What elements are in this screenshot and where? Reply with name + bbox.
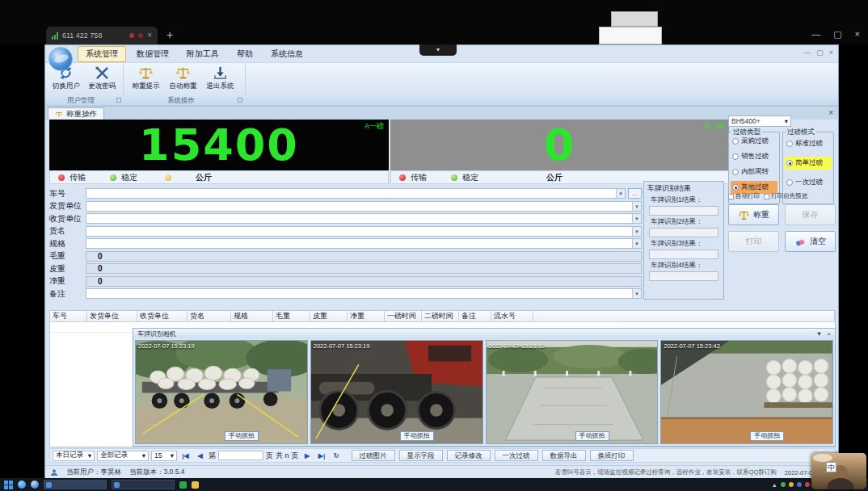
pin-icon[interactable]: ▼	[815, 330, 822, 338]
app-logo-icon[interactable]	[48, 47, 73, 71]
col-remark[interactable]: 备注	[459, 311, 491, 322]
ribbon-close-icon[interactable]: ×	[829, 48, 833, 57]
dialog-launcher-icon[interactable]	[238, 98, 242, 103]
ribbon-restore-icon[interactable]: ▢	[816, 48, 824, 57]
folder-icon[interactable]	[192, 481, 199, 489]
change-password-button[interactable]: 更改密码	[86, 65, 120, 94]
save-button[interactable]: 保存	[785, 204, 836, 225]
col-serial[interactable]: 流水号	[491, 311, 533, 322]
manual-capture-button[interactable]: 手动抓拍	[225, 431, 259, 441]
col-time2[interactable]: 二磅时间	[422, 311, 459, 322]
browse-button[interactable]: …	[628, 188, 642, 199]
ime-indicator[interactable]: 中	[826, 462, 836, 472]
vehicle-number-input[interactable]: ▾	[86, 188, 626, 199]
preview-before-print-checkbox[interactable]: 打印前先预览	[764, 192, 807, 200]
menu-tab-help[interactable]: 帮助	[230, 47, 260, 61]
col-net[interactable]: 净重	[348, 311, 385, 322]
dialog-launcher-icon[interactable]	[116, 98, 121, 103]
col-tare[interactable]: 皮重	[310, 311, 348, 322]
window-maximize-button[interactable]: ▢	[833, 29, 841, 40]
remote-toolbar-collapsed[interactable]: ▾	[419, 44, 457, 56]
tray-expand-icon[interactable]: ▲	[772, 482, 777, 488]
chevron-down-icon[interactable]: ▾	[632, 202, 641, 211]
page-size-select[interactable]: 15 ▾	[151, 451, 177, 461]
menu-tab-system[interactable]: 系统管理	[78, 46, 126, 62]
weigh-tip-button[interactable]: 称重提示	[129, 65, 163, 94]
chevron-down-icon[interactable]: ▾	[616, 189, 625, 198]
col-vehicle[interactable]: 车号	[50, 311, 87, 322]
menu-tab-info[interactable]: 系统信息	[263, 47, 310, 61]
manual-capture-button[interactable]: 手动抓拍	[400, 431, 434, 441]
radio-sales[interactable]: 销售过磅	[731, 150, 777, 163]
camera-feed-1[interactable]: 2022-07-07 15:23:19 手动抓拍	[135, 340, 308, 444]
show-fields-button[interactable]: 显示字段	[399, 450, 443, 461]
goods-name-input[interactable]: ▾	[86, 226, 642, 237]
record-filter-select[interactable]: 本日记录 ▾	[53, 451, 95, 461]
close-icon[interactable]: ×	[827, 330, 831, 338]
refresh-button[interactable]: ↻	[331, 452, 343, 460]
radio-onetime[interactable]: 一次过磅	[785, 176, 832, 189]
window-close-button[interactable]: ×	[855, 29, 860, 40]
tray-icon[interactable]	[805, 482, 810, 487]
edit-record-button[interactable]: 记录修改	[447, 450, 491, 461]
manual-capture-button[interactable]: 手动抓拍	[575, 431, 609, 441]
onetime-weigh-button[interactable]: 一次过磅	[495, 450, 538, 461]
col-gross[interactable]: 毛重	[273, 311, 310, 322]
chevron-down-icon[interactable]: ▾	[632, 289, 641, 298]
print-button[interactable]: 打印	[728, 231, 779, 252]
manual-capture-button[interactable]: 手动抓拍	[750, 431, 784, 441]
device-select[interactable]: BH5400+ ▾	[728, 115, 791, 127]
chevron-down-icon[interactable]: ▾	[632, 214, 641, 223]
first-page-button[interactable]: |◀	[179, 452, 192, 460]
tab-close-icon[interactable]: ×	[147, 31, 152, 40]
chevron-down-icon[interactable]: ▾	[632, 227, 641, 236]
app-icon[interactable]	[179, 481, 187, 489]
menu-tab-data[interactable]: 数据管理	[129, 47, 176, 61]
auto-print-checkbox[interactable]: 自动打印	[728, 192, 760, 200]
webcam-overlay[interactable]	[811, 453, 866, 489]
camera-feed-3[interactable]: 2022-07-07 15:23:19 手动抓拍	[486, 340, 659, 444]
col-time1[interactable]: 一磅时间	[385, 311, 422, 322]
start-button[interactable]	[4, 481, 13, 489]
record-scope-select[interactable]: 全部记录 ▾	[97, 451, 149, 461]
shift-print-button[interactable]: 换班打印	[590, 450, 634, 461]
exit-system-button[interactable]: 退出系统	[203, 65, 238, 94]
tab-weighing-operation[interactable]: 称重操作	[48, 107, 104, 120]
ribbon-minimize-icon[interactable]: —	[803, 48, 811, 57]
taskbar-window-1[interactable]	[44, 480, 107, 489]
page-number-input[interactable]	[218, 451, 263, 460]
col-receiver[interactable]: 收货单位	[137, 311, 188, 322]
col-goods[interactable]: 货名	[188, 311, 231, 322]
app-icon[interactable]	[31, 481, 39, 489]
next-page-button[interactable]: ▶	[301, 452, 314, 460]
tray-icon[interactable]	[797, 482, 802, 487]
chevron-down-icon[interactable]: ▾	[632, 239, 641, 248]
clear-button[interactable]: 清空	[785, 231, 836, 252]
prev-page-button[interactable]: ◀	[194, 452, 206, 460]
camera-feed-4[interactable]: 2022-07-07 15:23:42 手动抓拍	[660, 340, 833, 444]
new-tab-button[interactable]: +	[166, 28, 173, 41]
scale-a-label: A一磅	[364, 121, 384, 132]
last-page-button[interactable]: ▶|	[316, 452, 328, 460]
remote-session-tab[interactable]: 611 422 758 ×	[46, 27, 158, 44]
radio-internal[interactable]: 内部周转	[731, 166, 777, 178]
weigh-photos-button[interactable]: 过磅图片	[352, 450, 395, 461]
export-data-button[interactable]: 数据导出	[542, 450, 586, 461]
sender-unit-input[interactable]: ▾	[86, 201, 642, 212]
taskbar-window-2[interactable]	[112, 480, 175, 489]
tray-icon[interactable]	[789, 482, 794, 487]
browser-icon[interactable]	[18, 481, 26, 489]
weigh-button[interactable]: 称重	[728, 204, 779, 225]
remark-input[interactable]: ▾	[86, 288, 642, 299]
auto-weigh-button[interactable]: 自动称重	[166, 65, 200, 94]
col-spec[interactable]: 规格	[231, 311, 273, 322]
radio-standard[interactable]: 标准过磅	[785, 137, 832, 150]
tray-icon[interactable]	[781, 482, 786, 487]
receiver-unit-input[interactable]: ▾	[86, 213, 642, 224]
camera-feed-2[interactable]: 2022-07-07 15:23:19 手动抓拍	[310, 340, 483, 444]
col-sender[interactable]: 发货单位	[87, 311, 137, 322]
menu-tab-tools[interactable]: 附加工具	[179, 47, 226, 61]
radio-simple-selected[interactable]: 简单过磅	[785, 157, 832, 170]
spec-input[interactable]: ▾	[86, 238, 642, 249]
window-minimize-button[interactable]: —	[811, 29, 820, 40]
